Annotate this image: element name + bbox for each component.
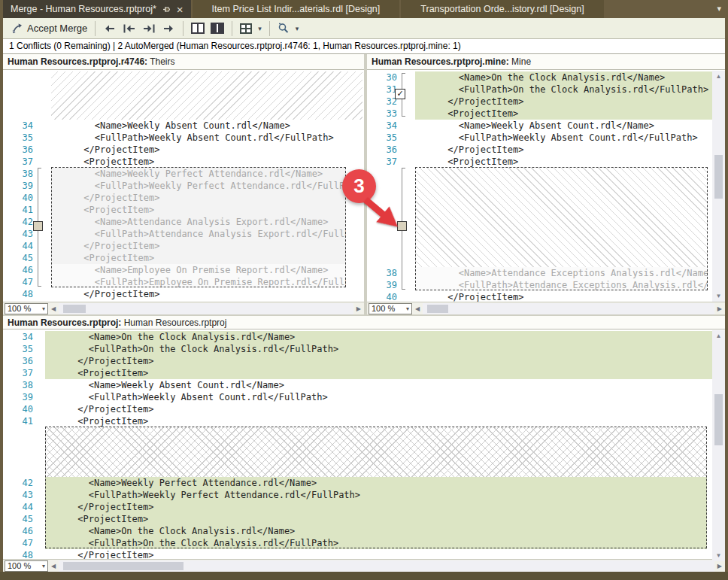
tab-item-price-list[interactable]: Item Price List Indir...aterials.rdl [De… [193,0,400,18]
prev-change-button[interactable] [100,21,119,36]
two-pane-view-button[interactable] [188,21,208,35]
pane-theirs-role: Theirs [150,56,174,67]
window-frame [0,572,728,580]
zoom-options-button[interactable]: ▾ [275,21,302,36]
code-line: 35 <FullPath>On the Clock Analysis.rdl</… [3,343,712,355]
pane-result: Human Resources.rptproj: Human Resources… [3,316,725,572]
code-line: 32 </ProjectItem> [367,96,712,108]
scroll-right-icon[interactable]: ▶ [714,305,725,312]
scroll-thumb[interactable] [714,394,723,445]
pane-result-scrollrow: 100 % ▾ ◀ ▶ [3,559,725,572]
first-conflict-button[interactable] [119,21,139,36]
code-line: 37 <ProjectItem> [3,367,712,379]
scroll-right-icon[interactable]: ▶ [714,563,725,569]
pin-icon[interactable] [162,5,171,14]
code-line: 47 <FullPath>On the Clock Analysis.rdl</… [3,537,712,549]
close-icon[interactable]: × [177,4,184,15]
accept-change-checkbox[interactable]: ✓ [395,89,405,99]
horizontal-scrollbar[interactable] [59,303,353,314]
merge-change-handle[interactable] [33,221,43,231]
code-line: 36 </ProjectItem> [367,144,712,156]
vertical-scrollbar[interactable]: ▲ ▼ [712,71,725,302]
scroll-down-icon[interactable]: ▼ [712,550,725,561]
pane-result-editor[interactable]: 34 <Name>On the Clock Analysis.rdl</Name… [3,330,725,561]
accept-merge-icon [11,23,23,35]
code-text: <FullPath>On the Clock Analysis.rdl</Ful… [45,343,712,355]
code-text: <Name>Weekly Absent Count.rdl</Name> [51,120,364,132]
code-line: 43 <FullPath>Attendance Analysis Export.… [3,228,364,240]
tab-list-dropdown-icon[interactable]: ▾ [717,4,721,14]
code-line: 33 <ProjectItem> [367,108,712,120]
last-conflict-button[interactable] [139,21,159,36]
code-line: 38 <Name>Attendance Exceptions Analysis.… [367,267,712,279]
zoom-value: 100 % [372,304,395,313]
scroll-down-icon[interactable]: ▼ [712,290,725,302]
arrow-right-icon [162,23,175,35]
scroll-up-icon[interactable]: ▲ [712,330,725,342]
accept-merge-button[interactable]: Accept Merge [8,21,90,36]
scroll-right-icon[interactable]: ▶ [353,305,364,312]
pane-mine-editor[interactable]: 30 <Name>On the Clock Analysis.rdl</Name… [367,71,725,302]
horizontal-scrollbar[interactable] [59,560,714,572]
layout-options-button[interactable]: ▾ [237,22,265,35]
alignment-hatch-block [51,71,362,120]
zoom-caret-icon: ▾ [42,305,45,312]
code-text: <Name>Employee On Premise Report.rdl</Na… [51,264,346,276]
arrow-left-icon [103,23,116,35]
code-line: 42 <Name>Attendance Analysis Export.rdl<… [3,216,364,228]
horizontal-scrollbar[interactable] [423,303,714,314]
pane-result-header: Human Resources.rptproj: Human Resources… [3,316,725,329]
line-number: 46 [3,264,33,276]
code-line: 31 <FullPath>On the Clock Analysis.rdl</… [367,84,712,96]
scroll-thumb[interactable] [427,305,448,313]
pane-theirs-filename: Human Resources.rptproj.r4746: [8,56,147,67]
code-text: <Name>On the Clock Analysis.rdl</Name> [45,331,712,343]
dropdown-caret-icon: ▾ [296,25,299,32]
layout-grid-icon [240,23,252,34]
code-text: <Name>Attendance Analysis Export.rdl</Na… [51,216,346,228]
pane-mine-role: Mine [511,56,531,67]
code-text: <ProjectItem> [415,156,712,168]
code-line: 44 </ProjectItem> [3,240,364,252]
zoom-select[interactable]: 100 % ▾ [369,303,412,314]
line-number: 39 [3,391,33,403]
scroll-thumb[interactable] [63,305,86,313]
scroll-up-icon[interactable]: ▲ [712,71,725,82]
code-line: 39 <FullPath>Weekly Perfect Attendance.r… [3,180,364,192]
code-line: 34 <Name>Weekly Absent Count.rdl</Name> [367,120,712,132]
two-pane-view-selected-button[interactable] [208,21,227,35]
pane-result-role: Human Resources.rptproj [124,317,227,328]
code-text: <ProjectItem> [45,367,712,379]
next-change-button[interactable] [159,21,178,36]
code-line: 39 <FullPath>Weekly Absent Count.rdl</Fu… [3,391,712,403]
line-number: 39 [3,180,33,192]
zoom-value: 100 % [8,304,31,313]
vertical-scrollbar[interactable]: ▲ ▼ [712,330,725,561]
line-number: 35 [367,132,397,144]
split-view-icon [191,23,205,34]
code-text: <FullPath>Employee On Premise Report.rdl… [51,276,346,288]
code-line: 46 <Name>Employee On Premise Report.rdl<… [3,264,364,276]
line-number: 34 [367,120,397,132]
zoom-select[interactable]: 100 % ▾ [5,560,48,572]
code-line: 36 </ProjectItem> [3,355,712,367]
code-text: </ProjectItem> [45,501,707,513]
code-text: </ProjectItem> [51,192,346,204]
code-text: <ProjectItem> [51,156,364,168]
code-text: <ProjectItem> [415,108,712,120]
scroll-left-icon[interactable]: ◀ [48,563,59,569]
line-number: 36 [3,144,33,156]
pane-result-filename: Human Resources.rptproj: [8,317,121,328]
pane-theirs-editor[interactable]: 34 <Name>Weekly Absent Count.rdl</Name>3… [3,71,364,302]
scroll-left-icon[interactable]: ◀ [412,305,423,312]
tab-merge-human-resources[interactable]: Merge - Human Resources.rptproj* × [3,0,191,18]
scroll-left-icon[interactable]: ◀ [48,305,59,312]
scroll-thumb[interactable] [714,155,723,199]
split-view-filled-icon [211,23,224,34]
code-line: 35 <FullPath>Weekly Absent Count.rdl</Fu… [3,132,364,144]
scroll-thumb[interactable] [63,562,184,570]
alignment-hatch-block [415,168,708,267]
tab-transportation-order[interactable]: Transportation Orde...istory.rdl [Design… [401,0,603,18]
zoom-select[interactable]: 100 % ▾ [5,303,48,314]
merge-window: Merge - Human Resources.rptproj* × Item … [0,0,728,580]
